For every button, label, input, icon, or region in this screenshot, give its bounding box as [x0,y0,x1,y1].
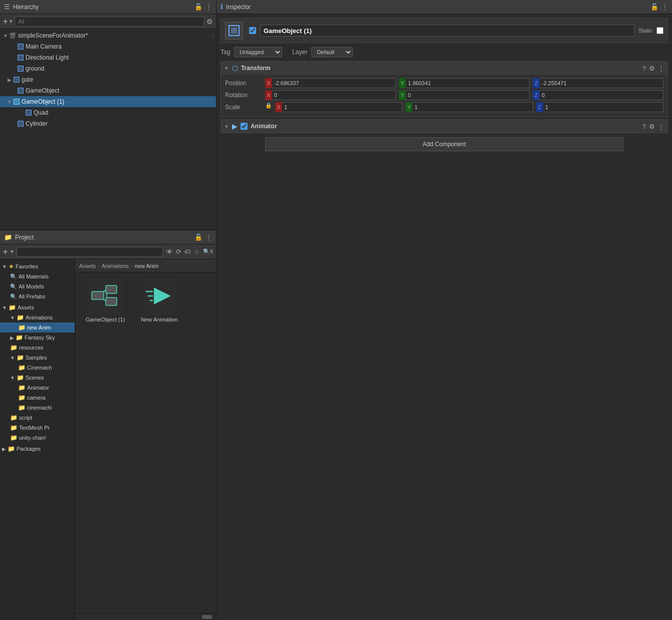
quad-item[interactable]: Quad [0,107,216,118]
assets-folder[interactable]: ▼ 📁 Assets [0,302,75,313]
rotation-y-input[interactable] [406,90,530,100]
hierarchy-lock-icon[interactable]: 🔓 [194,3,202,11]
position-y-input[interactable] [406,78,530,88]
fantasy-sky-folder[interactable]: ▶ 📁 Fantasy Sky [0,333,75,343]
main-camera-item[interactable]: Main Camera [0,41,216,52]
gate-label: gate [22,76,33,83]
all-models-item[interactable]: 🔍 All Models [0,281,75,291]
cinemachi-folder[interactable]: 📁 cinemachi [0,403,75,413]
script-label: script [19,415,32,421]
animator-settings-icon[interactable]: ⚙ [649,123,655,130]
hierarchy-menu-icon[interactable]: ⋮ [205,3,212,11]
tag-dropdown[interactable]: Untagged [234,47,282,57]
static-checkbox[interactable] [656,27,663,34]
gameobject-active-checkbox[interactable] [249,27,256,34]
ground-item[interactable]: ground [0,63,216,74]
gameobject-name-input[interactable] [260,25,634,37]
hierarchy-search-input[interactable] [15,17,204,27]
scale-lock-icon[interactable]: 🔒 [265,102,272,112]
rotation-z-input[interactable] [540,90,663,100]
animator-name: Animator [251,123,639,130]
gameobject-item[interactable]: GameObject [0,85,216,96]
position-z-input[interactable] [540,78,663,88]
cinemach-folder[interactable]: 📁 Cinemach [0,363,75,373]
search-icon-prefabs: 🔍 [10,293,17,300]
project-search-input[interactable] [17,247,163,257]
hierarchy-add-btn[interactable]: + [3,17,8,26]
svg-rect-9 [19,89,22,92]
project-scrollbar-thumb[interactable] [202,615,212,619]
add-dropdown-arrow[interactable]: ▾ [10,18,13,25]
scale-x-input[interactable] [282,102,402,112]
textmesh-folder[interactable]: 📁 TextMesh Pr [0,423,75,433]
animator-help-icon[interactable]: ? [642,123,646,130]
breadcrumb-assets[interactable]: Assets [79,263,96,269]
breadcrumb-new-anim[interactable]: new Anim [135,263,159,269]
project-eye-icon[interactable]: 👁 [166,248,173,256]
samples-label: Samples [26,355,47,361]
all-materials-item[interactable]: 🔍 All Materials [0,271,75,281]
transform-header[interactable]: ▼ ⬡ Transform ? ⚙ ⋮ [221,62,667,75]
gate-item[interactable]: ▶ gate [0,74,216,85]
animator-active-checkbox[interactable] [241,123,248,130]
transform-settings-icon[interactable]: ⚙ [649,65,655,72]
inspector-lock-icon[interactable]: 🔓 [650,3,658,11]
scene-root-item[interactable]: ▼ 🎬 simpleSceneForAnimator* ⋮ [0,30,216,41]
new-animation-asset-label: New Animation [141,317,177,323]
position-x-input[interactable] [272,78,396,88]
packages-folder[interactable]: ▶ 📁 Packages [0,444,75,454]
unity-chan-folder[interactable]: 📁 unity-chan! [0,433,75,443]
project-refresh-icon[interactable]: ⟳ [176,248,181,255]
scenes-folder[interactable]: ▼ 📁 Scenes [0,373,75,383]
samples-folder[interactable]: ▼ 📁 Samples [0,353,75,363]
controller-svg [88,279,123,315]
assets-arrow: ▼ [2,305,7,311]
script-folder[interactable]: 📁 script [0,413,75,423]
layer-dropdown[interactable]: Default [311,47,353,57]
inspector-panel-header: ℹ Inspector 🔓 ⋮ [216,0,672,14]
project-label-icon[interactable]: 🏷 [184,248,191,255]
rotation-x-input[interactable] [272,90,396,100]
scale-fields: 🔒 X Y Z [265,102,663,112]
project-add-btn[interactable]: + [3,247,8,256]
scale-z-group: Z [536,102,663,112]
add-component-button[interactable]: Add Component [265,137,623,151]
new-animation-asset[interactable]: New Animation [134,277,184,325]
project-add-dropdown[interactable]: ▾ [11,248,14,255]
animator-header[interactable]: ▼ ▶ Animator ? ⚙ ⋮ [221,120,667,133]
camera-folder[interactable]: 📁 camera [0,393,75,403]
project-scrollbar[interactable] [75,613,216,620]
quad-label: Quad [34,109,48,116]
gameobject1-asset[interactable]: GameObject (1) [80,277,130,325]
hierarchy-options-icon[interactable]: ⚙ [206,18,213,26]
project-menu-icon[interactable]: ⋮ [205,233,212,241]
scenes-icon: 📁 [17,374,24,381]
scene-menu-icon[interactable]: ⋮ [210,33,216,39]
animator-scene-folder[interactable]: 📁 Animator [0,383,75,393]
gameobject1-item[interactable]: ▼ GameObject (1) [0,96,216,107]
new-anim-folder[interactable]: 📁 new Anim [0,323,75,333]
all-prefabs-item[interactable]: 🔍 All Prefabs [0,291,75,301]
resources-folder[interactable]: 📁 resources [0,343,75,353]
animations-label: Animations [26,315,53,321]
animator-menu-icon[interactable]: ⋮ [658,123,664,130]
project-lock-icon[interactable]: 🔓 [194,233,202,241]
inspector-menu-icon[interactable]: ⋮ [661,3,668,11]
favorites-folder[interactable]: ▼ ★ Favorites [0,261,75,271]
cylinder-item[interactable]: Cylinder [0,118,216,129]
scale-label: Scale [225,104,265,111]
directional-light-item[interactable]: Directional Light [0,52,216,63]
directional-light-icon [17,54,24,61]
transform-menu-icon[interactable]: ⋮ [658,65,664,72]
project-star-icon[interactable]: ☆ [194,248,200,255]
scale-z-input[interactable] [543,102,663,112]
breadcrumb-animations[interactable]: Animations [102,263,129,269]
scale-y-input[interactable] [412,102,533,112]
animation-svg [142,279,177,315]
favorites-arrow: ▼ [2,264,7,269]
all-materials-label: All Materials [19,273,49,279]
transform-help-icon[interactable]: ? [642,65,646,72]
animations-folder[interactable]: ▼ 📁 Animations [0,313,75,323]
unity-chan-label: unity-chan! [19,435,46,441]
gameobject-thumbnail [225,22,243,40]
